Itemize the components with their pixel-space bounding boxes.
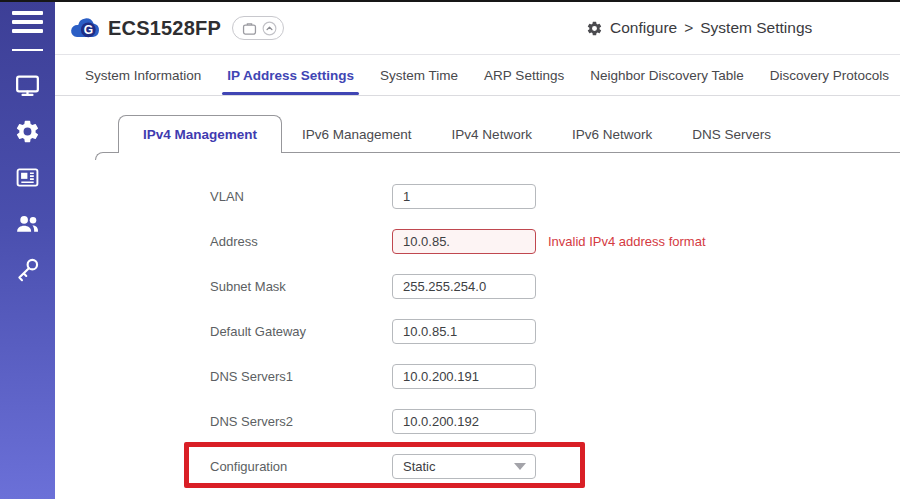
subtab-ipv6-management[interactable]: IPv6 Management xyxy=(282,115,432,153)
tab-discovery-protocols[interactable]: Discovery Protocols xyxy=(757,55,900,95)
dns-server1-label: DNS Servers1 xyxy=(210,369,392,384)
subnet-mask-row: Subnet Mask xyxy=(55,264,900,309)
device-icon xyxy=(241,20,258,37)
dns-server2-row: DNS Servers2 xyxy=(55,399,900,444)
configuration-row: Configuration Static xyxy=(55,444,900,489)
device-selector-badge[interactable] xyxy=(232,16,284,40)
address-error-message: Invalid IPv4 address format xyxy=(548,234,706,249)
tab-arp-settings[interactable]: ARP Settings xyxy=(471,55,577,95)
tab-system-information[interactable]: System Information xyxy=(72,55,214,95)
chevron-up-icon xyxy=(262,21,277,36)
gear-icon xyxy=(586,20,603,37)
gear-icon[interactable] xyxy=(14,118,41,145)
breadcrumb-page: System Settings xyxy=(700,19,812,37)
default-gateway-row: Default Gateway xyxy=(55,309,900,354)
svg-text:G: G xyxy=(84,23,93,37)
chevron-down-icon xyxy=(514,463,526,470)
subtab-baseline-hook xyxy=(95,152,104,160)
tab-system-time[interactable]: System Time xyxy=(367,55,471,95)
ipv4-management-form: VLAN Address Invalid IPv4 address format… xyxy=(55,174,900,489)
secondary-tab-bar: IPv4 Management IPv6 Management IPv4 Net… xyxy=(55,115,900,153)
header: G ECS1528FP Configure > System Settings xyxy=(55,2,900,55)
address-input[interactable] xyxy=(392,229,536,254)
breadcrumb-section[interactable]: Configure xyxy=(610,19,677,37)
tab-ip-address-settings[interactable]: IP Address Settings xyxy=(214,55,367,95)
window-top-border xyxy=(0,0,900,2)
default-gateway-input[interactable] xyxy=(392,319,536,344)
configuration-select[interactable]: Static xyxy=(392,454,536,479)
vlan-label: VLAN xyxy=(210,189,392,204)
address-label: Address xyxy=(210,234,392,249)
key-icon[interactable] xyxy=(14,256,41,283)
dns-server1-input[interactable] xyxy=(392,364,536,389)
subtab-ipv4-management[interactable]: IPv4 Management xyxy=(118,115,282,153)
cloud-logo-icon: G xyxy=(68,15,100,41)
sidebar xyxy=(0,0,55,499)
news-icon[interactable] xyxy=(14,164,41,191)
sidebar-divider xyxy=(12,49,43,51)
default-gateway-label: Default Gateway xyxy=(210,324,392,339)
breadcrumb-separator: > xyxy=(684,19,693,37)
dns-server2-input[interactable] xyxy=(392,409,536,434)
menu-icon[interactable] xyxy=(0,0,55,54)
address-row: Address Invalid IPv4 address format xyxy=(55,219,900,264)
monitor-icon[interactable] xyxy=(14,72,41,99)
breadcrumb: Configure > System Settings xyxy=(586,2,812,54)
users-icon[interactable] xyxy=(14,210,41,237)
configuration-label: Configuration xyxy=(210,459,392,474)
subtab-dns-servers[interactable]: DNS Servers xyxy=(672,115,791,153)
subtab-ipv6-network[interactable]: IPv6 Network xyxy=(552,115,672,153)
subnet-mask-input[interactable] xyxy=(392,274,536,299)
subtab-ipv4-network[interactable]: IPv4 Network xyxy=(432,115,552,153)
dns-server2-label: DNS Servers2 xyxy=(210,414,392,429)
tab-neighbor-discovery-table[interactable]: Neighbor Discovery Table xyxy=(577,55,757,95)
sidebar-nav xyxy=(0,72,55,283)
page-title: ECS1528FP xyxy=(108,17,221,40)
configuration-select-value: Static xyxy=(403,459,436,474)
primary-tab-bar: System Information IP Address Settings S… xyxy=(55,55,900,96)
vlan-row: VLAN xyxy=(55,174,900,219)
dns-server1-row: DNS Servers1 xyxy=(55,354,900,399)
vlan-input[interactable] xyxy=(392,184,536,209)
subnet-mask-label: Subnet Mask xyxy=(210,279,392,294)
